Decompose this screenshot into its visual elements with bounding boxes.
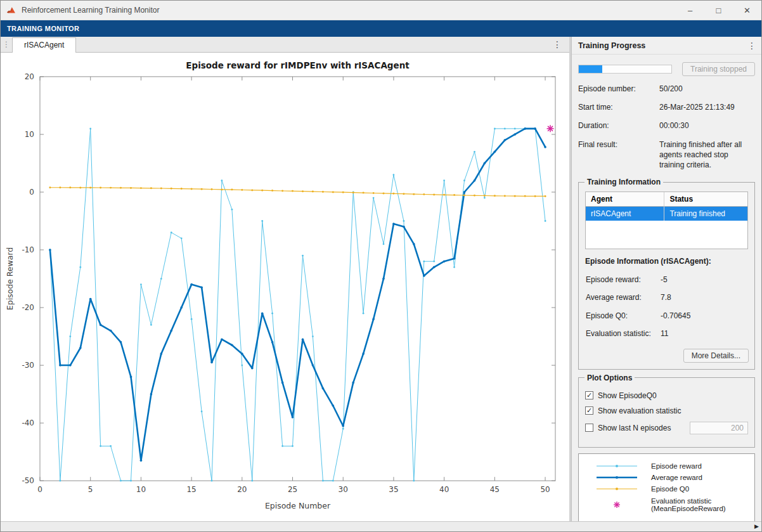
svg-text:10: 10 [25,130,34,139]
legend-item: Episode Q0 [583,484,751,494]
svg-text:-50: -50 [22,476,34,485]
field-label: Duration: [578,120,659,131]
training-progress-panel: Training Progress ⋮ Training stopped Epi… [571,37,761,521]
toolstrip: TRAINING MONITOR [1,20,761,37]
panel-body: Training stopped Episode number: 50/200 … [572,55,761,521]
plot-option-row: ✓ Show EpisodeQ0 [585,391,748,400]
field-label: Episode reward: [586,275,661,285]
training-progress-bar [578,65,672,74]
svg-text:45: 45 [490,485,500,494]
workspace: ⋮ rISACAgent ⋮ 05101520253035404550-50-4… [1,37,761,521]
expand-panel-arrow-icon[interactable]: ▶ [754,524,759,529]
field-label: Episode number: [578,84,659,94]
plot-option-row: Show last N episodes [585,422,748,434]
field-label: Average reward: [586,292,661,302]
document-kebab-menu-icon[interactable]: ⋮ [545,39,569,49]
field-value: 11 [661,328,747,339]
svg-text:-20: -20 [22,303,34,312]
field-label: Evaluation statistic: [586,328,661,339]
reward-chart-svg: 05101520253035404550-50-40-30-20-1001020… [1,53,569,521]
field-label: Final result: [578,139,659,171]
training-progress-fill [579,65,602,73]
svg-text:Episode Reward: Episode Reward [5,247,15,310]
status-cell: Training finished [664,207,747,221]
svg-text:5: 5 [88,485,93,494]
panel-header: Training Progress ⋮ [572,37,761,55]
training-information-section: Training Information Agent Status rISACA… [578,178,755,370]
table-empty-area [586,221,747,249]
plot-option-label: Show last N episodes [598,424,671,432]
svg-text:40: 40 [439,485,449,494]
plot-option-checkbox-0[interactable]: ✓ [585,391,593,399]
agent-status-table: Agent Status rISACAgent Training finishe… [585,191,748,249]
close-button[interactable]: ✕ [733,1,761,20]
legend-label: Episode Q0 [651,485,751,493]
training-stopped-button[interactable]: Training stopped [682,62,755,76]
plot-option-row: ✓ Show evaluation statistic [585,406,748,415]
table-header-row: Agent Status [586,192,747,207]
svg-text:50: 50 [540,485,550,494]
table-row[interactable]: rISACAgent Training finished [586,207,747,221]
more-details-button[interactable]: More Details... [683,349,749,363]
agent-cell: rISACAgent [586,207,664,221]
legend-sample-3 [591,495,642,514]
window-controls: – □ ✕ [676,1,761,20]
legend-sample-0 [591,461,642,471]
panel-kebab-menu-icon[interactable]: ⋮ [747,41,756,51]
field-value: 50/200 [659,84,755,94]
svg-text:0: 0 [29,188,34,197]
document-tabstrip: ⋮ rISACAgent ⋮ [1,37,569,53]
legend-sample-2 [591,484,642,494]
maximize-button[interactable]: □ [704,1,733,20]
minimize-button[interactable]: – [676,1,704,20]
panel-title: Training Progress [578,41,645,50]
plot-option-label: Show evaluation statistic [598,406,681,415]
svg-text:15: 15 [186,485,196,494]
field-value: -0.70645 [661,311,747,321]
window-title: Reinforcement Learning Training Monitor [22,6,159,15]
bottom-strip: ▶ [1,521,761,531]
field-value: Training finished after all agents reach… [659,139,755,171]
field-value: 26-Mar-2025 21:13:49 [659,102,755,112]
plot-option-label: Show EpisodeQ0 [598,391,657,400]
plot-option-checkbox-1[interactable]: ✓ [585,406,593,415]
plot-option-checkbox-2[interactable] [585,424,593,432]
svg-text:-10: -10 [22,245,34,254]
field-value: -5 [661,275,747,285]
svg-text:-40: -40 [22,418,34,427]
field-value: 00:00:30 [659,120,755,131]
plot-options-section: Plot Options ✓ Show EpisodeQ0 ✓ Show eva… [578,373,755,448]
toolstrip-tab-training-monitor[interactable]: TRAINING MONITOR [7,25,79,32]
field-value: 7.8 [661,292,747,302]
document-area: ⋮ rISACAgent ⋮ 05101520253035404550-50-4… [1,37,569,521]
tab-grip-handle[interactable]: ⋮ [1,40,12,49]
svg-text:0: 0 [37,485,42,494]
training-information-title: Training Information [584,178,663,186]
titlebar: Reinforcement Learning Training Monitor … [1,1,761,20]
matlab-icon [6,6,16,15]
tab-risacagent[interactable]: rISACAgent [12,37,76,53]
column-header-agent: Agent [586,192,664,207]
svg-text:Episode Number: Episode Number [265,501,331,510]
svg-text:35: 35 [389,485,398,494]
svg-text:20: 20 [237,485,247,494]
app-window: Reinforcement Learning Training Monitor … [0,0,762,532]
legend-sample-1 [591,472,642,483]
legend-label: Episode reward [651,462,751,470]
svg-text:25: 25 [288,485,297,494]
svg-text:30: 30 [339,485,348,494]
legend-label: Average reward [651,474,751,481]
column-header-status: Status [664,192,747,207]
svg-text:Episode reward for rIMDPEnv wi: Episode reward for rIMDPEnv with rISACAg… [186,60,410,70]
svg-text:10: 10 [136,485,146,494]
field-label: Start time: [578,102,659,112]
svg-text:-30: -30 [22,361,34,370]
field-label: Episode Q0: [586,311,661,321]
progress-fields: Episode number: 50/200 Start time: 26-Ma… [577,82,756,174]
progress-row: Training stopped [577,60,756,82]
svg-text:20: 20 [25,72,34,81]
episode-information-title: Episode Information (rISACAgent): [585,257,748,266]
legend-item: Evaluation statistic (MeanEpisodeReward) [583,495,751,514]
legend-label: Evaluation statistic (MeanEpisodeReward) [651,497,751,512]
last-n-episodes-input[interactable] [690,422,748,434]
